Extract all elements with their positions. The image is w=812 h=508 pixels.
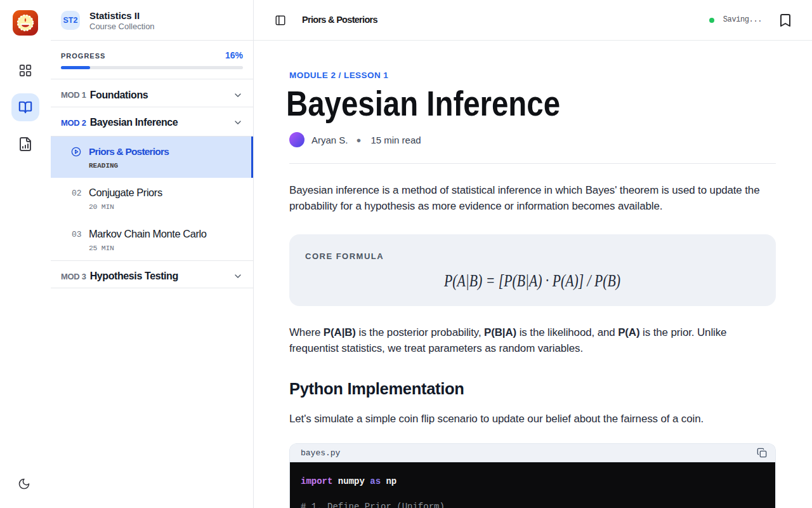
svg-text:P(A|B) = [P(B|A) · P(A)] / P(B: P(A|B) = [P(B|A) · P(A)] / P(B): [443, 271, 620, 290]
svg-text:Bayesian Inference: Bayesian Inference: [286, 83, 560, 123]
